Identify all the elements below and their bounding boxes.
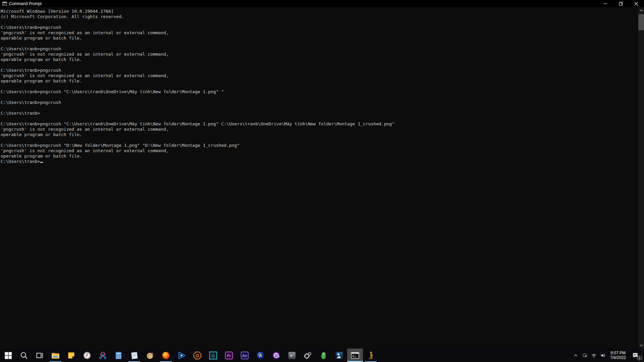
volume-tray-button[interactable] bbox=[598, 349, 607, 362]
scroll-down-arrow[interactable] bbox=[638, 343, 644, 348]
microscope-tool-app[interactable] bbox=[363, 349, 379, 362]
command-prompt-icon bbox=[351, 351, 360, 360]
notification-count-badge: 1 bbox=[637, 356, 642, 360]
parrot-app-icon bbox=[319, 351, 328, 360]
svg-text:Pr: Pr bbox=[227, 354, 231, 358]
show-desktop-button[interactable] bbox=[642, 349, 644, 362]
window-title: Command Prompt bbox=[9, 0, 42, 7]
g-photo-app[interactable]: G bbox=[205, 349, 221, 362]
calculator-icon bbox=[114, 351, 123, 360]
command-prompt[interactable] bbox=[347, 349, 363, 362]
titlebar[interactable]: Command Prompt bbox=[0, 0, 644, 7]
snipping-tool-icon bbox=[98, 351, 107, 360]
start-button[interactable] bbox=[0, 349, 16, 362]
scrollbar[interactable] bbox=[638, 7, 644, 349]
photo-effects-app-icon bbox=[287, 351, 297, 360]
sticky-notes[interactable] bbox=[63, 349, 79, 362]
close-icon bbox=[634, 2, 638, 6]
scroll-up-arrow[interactable] bbox=[638, 8, 644, 13]
movie-converter-app-icon bbox=[272, 351, 281, 360]
svg-text:Ae: Ae bbox=[242, 354, 247, 358]
clock-time: 9:07 PM bbox=[610, 351, 626, 355]
restore-icon bbox=[619, 2, 623, 6]
file-explorer-icon bbox=[51, 351, 60, 360]
file-explorer[interactable] bbox=[48, 349, 63, 362]
premiere-pro-icon: Pr bbox=[224, 351, 233, 360]
gears-utility-app-icon bbox=[303, 351, 312, 360]
ebook-reader-app[interactable] bbox=[331, 349, 347, 362]
scrollbar-thumb[interactable] bbox=[638, 14, 644, 30]
notepad[interactable] bbox=[126, 349, 142, 362]
svg-text:A: A bbox=[259, 353, 262, 358]
task-view-button-icon bbox=[35, 351, 44, 360]
wifi-icon bbox=[591, 353, 597, 358]
paint[interactable] bbox=[142, 349, 158, 362]
show-hidden-icons-button[interactable] bbox=[571, 349, 580, 362]
after-effects[interactable]: Ae bbox=[237, 349, 253, 362]
search-button[interactable] bbox=[16, 349, 32, 362]
firefox[interactable] bbox=[158, 349, 174, 362]
parrot-app[interactable] bbox=[316, 349, 331, 362]
blue-orb-app-icon: A bbox=[256, 351, 265, 360]
prompt-text: C:\Users\tranb> bbox=[1, 159, 40, 164]
alarms-clock[interactable] bbox=[79, 349, 95, 362]
after-effects-icon: Ae bbox=[240, 351, 249, 360]
topaz-gigapixel[interactable]: G bbox=[190, 349, 205, 362]
movie-converter-app[interactable] bbox=[268, 349, 284, 362]
notepad-icon bbox=[130, 351, 139, 360]
minimize-icon bbox=[603, 2, 607, 6]
photo-effects-app[interactable] bbox=[284, 349, 300, 362]
paint-icon bbox=[146, 351, 155, 360]
taskbar-clock[interactable]: 9:07 PM 7/4/2022 bbox=[607, 351, 629, 360]
text-cursor bbox=[40, 162, 43, 163]
close-button[interactable] bbox=[629, 0, 644, 7]
svg-text:G: G bbox=[196, 353, 199, 358]
device-tray-button[interactable] bbox=[580, 349, 589, 362]
minimize-button[interactable] bbox=[598, 0, 613, 7]
topaz-gigapixel-icon: G bbox=[193, 351, 202, 360]
calculator[interactable] bbox=[111, 349, 126, 362]
sticky-notes-icon bbox=[67, 351, 76, 360]
microscope-tool-app-icon bbox=[366, 351, 375, 360]
action-center-button[interactable]: 1 bbox=[629, 349, 642, 362]
network-tray-button[interactable] bbox=[589, 349, 598, 362]
snipping-tool[interactable] bbox=[95, 349, 111, 362]
firefox-icon bbox=[161, 351, 170, 360]
terminal-output[interactable]: Microsoft Windows [Version 10.0.19044.17… bbox=[0, 7, 638, 349]
restore-button[interactable] bbox=[613, 0, 629, 7]
video-player-app[interactable] bbox=[174, 349, 190, 362]
video-player-app-icon bbox=[177, 351, 186, 360]
system-tray: 9:07 PM 7/4/2022 1 bbox=[571, 349, 644, 362]
taskbar: GGPrAeA bbox=[0, 349, 644, 362]
device-icon bbox=[582, 353, 588, 358]
task-view-button[interactable] bbox=[32, 349, 48, 362]
terminal-lines: Microsoft Windows [Version 10.0.19044.17… bbox=[0, 7, 638, 159]
clock-date: 7/4/2022 bbox=[610, 355, 626, 360]
start-button-icon bbox=[4, 351, 13, 360]
svg-text:G: G bbox=[211, 353, 215, 358]
alarms-clock-icon bbox=[83, 351, 92, 360]
terminal-prompt-line: C:\Users\tranb> bbox=[0, 159, 638, 164]
blue-orb-app[interactable]: A bbox=[253, 349, 268, 362]
premiere-pro[interactable]: Pr bbox=[221, 349, 237, 362]
cmd-window-icon bbox=[2, 1, 7, 6]
chevron-up-icon bbox=[573, 353, 579, 358]
gears-utility-app[interactable] bbox=[300, 349, 316, 362]
ebook-reader-app-icon bbox=[335, 351, 344, 360]
volume-icon bbox=[600, 353, 606, 358]
command-prompt-window: Command Prompt Microsoft Wi bbox=[0, 0, 644, 349]
search-button-icon bbox=[19, 351, 29, 360]
g-photo-app-icon: G bbox=[209, 351, 218, 360]
